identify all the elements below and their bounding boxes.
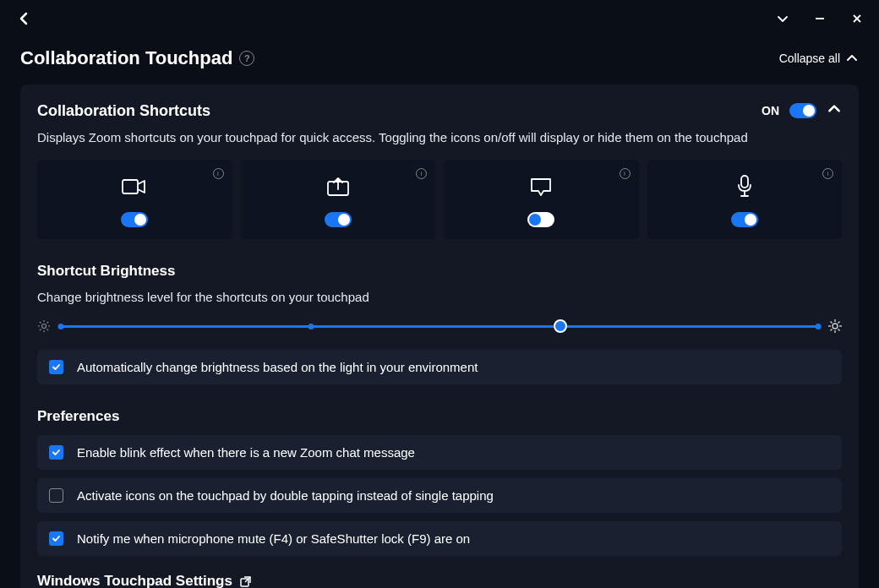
svg-line-16 <box>47 322 49 324</box>
pref-blink-row[interactable]: Enable blink effect when there is a new … <box>37 435 842 470</box>
page-title-text: Collaboration Touchpad <box>20 47 232 69</box>
main-scroll[interactable]: Collaboration Shortcuts ON Displays Zoom… <box>20 84 865 588</box>
back-button[interactable] <box>14 8 34 29</box>
collapse-all-button[interactable]: Collapse all <box>779 52 859 65</box>
svg-line-24 <box>831 329 833 331</box>
svg-rect-5 <box>741 176 748 188</box>
auto-brightness-row[interactable]: Automatically change brightness based on… <box>37 350 842 384</box>
info-icon[interactable]: i <box>822 168 833 179</box>
external-link-icon <box>239 575 252 588</box>
windows-touchpad-link[interactable]: Windows Touchpad Settings <box>37 573 842 588</box>
page-title: Collaboration Touchpad ? <box>20 47 254 69</box>
pref-blink-label: Enable blink effect when there is a new … <box>77 445 415 460</box>
page-header: Collaboration Touchpad ? Collapse all <box>0 37 879 76</box>
auto-brightness-checkbox[interactable] <box>49 360 63 374</box>
shortcut-card-chat: i <box>444 160 639 239</box>
pref-notify-label: Notify me when microphone mute (F4) or S… <box>77 531 470 546</box>
master-toggle[interactable] <box>789 103 816 118</box>
info-icon[interactable]: i <box>416 168 427 179</box>
pref-blink-checkbox[interactable] <box>49 445 63 460</box>
pref-doubletap-row[interactable]: Activate icons on the touchpad by double… <box>37 478 842 513</box>
brightness-description: Change brightness level for the shortcut… <box>37 290 842 304</box>
pref-notify-checkbox[interactable] <box>49 531 63 546</box>
svg-rect-3 <box>123 180 138 193</box>
shortcut-card-camera: i <box>37 160 232 239</box>
svg-line-23 <box>838 329 840 331</box>
brightness-slider-thumb[interactable] <box>554 319 567 333</box>
shortcut-card-microphone: i <box>647 160 843 239</box>
share-toggle[interactable] <box>325 212 352 227</box>
svg-line-25 <box>838 322 840 324</box>
preferences-title: Preferences <box>37 408 842 425</box>
svg-line-22 <box>831 322 833 324</box>
chat-icon <box>530 175 552 199</box>
titlebar <box>0 0 879 37</box>
brightness-slider[interactable] <box>61 318 818 335</box>
shortcut-card-share: i <box>241 160 436 239</box>
collapse-all-label: Collapse all <box>779 52 840 65</box>
info-icon[interactable]: i <box>620 168 631 179</box>
brightness-high-icon <box>828 319 842 333</box>
shortcuts-description: Displays Zoom shortcuts on your touchpad… <box>37 130 842 144</box>
camera-icon <box>122 175 147 199</box>
windows-touchpad-label: Windows Touchpad Settings <box>37 573 232 588</box>
svg-line-13 <box>40 322 41 324</box>
help-icon[interactable]: ? <box>239 51 254 66</box>
dropdown-button[interactable] <box>774 10 791 27</box>
chat-toggle[interactable] <box>527 212 554 227</box>
auto-brightness-label: Automatically change brightness based on… <box>77 360 478 374</box>
brightness-low-icon <box>37 319 51 333</box>
pref-notify-row[interactable]: Notify me when microphone mute (F4) or S… <box>37 521 842 556</box>
shortcuts-panel-title: Collaboration Shortcuts <box>37 102 210 120</box>
svg-line-27 <box>245 577 250 582</box>
chevron-up-icon <box>845 52 859 65</box>
brightness-title: Shortcut Brightness <box>37 263 842 280</box>
panel-collapse-button[interactable] <box>827 101 842 120</box>
pref-doubletap-checkbox[interactable] <box>49 488 63 503</box>
share-screen-icon <box>326 175 350 199</box>
brightness-slider-row <box>37 318 842 335</box>
svg-point-17 <box>833 324 838 329</box>
minimize-button[interactable] <box>811 10 828 27</box>
collaboration-shortcuts-panel: Collaboration Shortcuts ON Displays Zoom… <box>20 84 859 588</box>
shortcut-cards: i i i <box>37 160 842 239</box>
svg-line-14 <box>47 329 49 331</box>
master-toggle-label: ON <box>762 104 779 117</box>
svg-point-8 <box>42 324 46 329</box>
pref-doubletap-label: Activate icons on the touchpad by double… <box>77 488 494 503</box>
microphone-icon <box>736 175 753 199</box>
camera-toggle[interactable] <box>121 212 148 227</box>
info-icon[interactable]: i <box>213 168 224 179</box>
close-button[interactable] <box>849 10 865 27</box>
svg-line-15 <box>40 329 41 331</box>
microphone-toggle[interactable] <box>731 212 758 227</box>
